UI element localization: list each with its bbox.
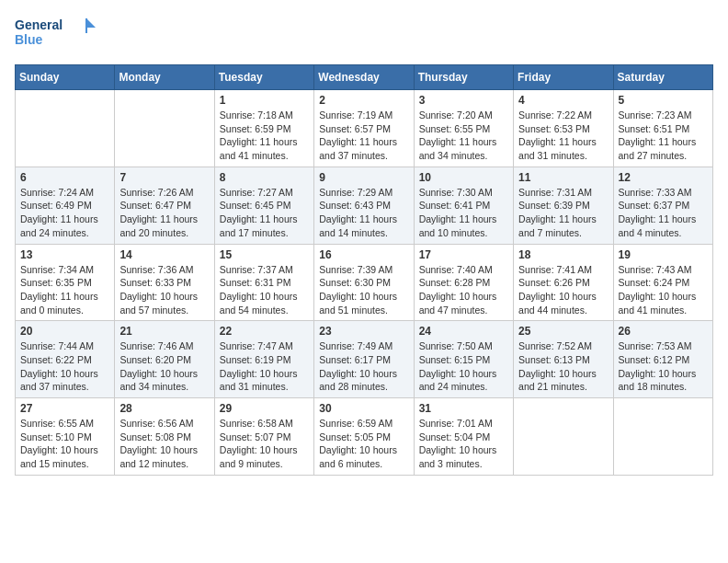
day-number: 25 — [518, 325, 608, 338]
svg-marker-2 — [86, 18, 96, 28]
day-number: 8 — [220, 171, 309, 184]
day-info: Sunrise: 6:59 AM Sunset: 5:05 PM Dayligh… — [319, 417, 408, 471]
day-info: Sunrise: 7:40 AM Sunset: 6:28 PM Dayligh… — [419, 263, 508, 317]
day-info: Sunrise: 7:50 AM Sunset: 6:15 PM Dayligh… — [419, 339, 508, 394]
calendar-cell: 2Sunrise: 7:19 AM Sunset: 6:57 PM Daylig… — [314, 90, 414, 167]
calendar-week-row: 6Sunrise: 7:24 AM Sunset: 6:49 PM Daylig… — [16, 167, 713, 244]
day-number: 21 — [119, 325, 209, 338]
calendar-header-row: SundayMondayTuesdayWednesdayThursdayFrid… — [16, 65, 713, 90]
calendar-cell: 12Sunrise: 7:33 AM Sunset: 6:37 PM Dayli… — [613, 167, 712, 244]
day-info: Sunrise: 6:55 AM Sunset: 5:10 PM Dayligh… — [20, 417, 109, 471]
day-number: 14 — [119, 248, 209, 261]
day-number: 24 — [419, 325, 508, 338]
day-info: Sunrise: 7:23 AM Sunset: 6:51 PM Dayligh… — [619, 109, 708, 163]
calendar-cell: 19Sunrise: 7:43 AM Sunset: 6:24 PM Dayli… — [613, 244, 712, 321]
day-number: 10 — [419, 171, 508, 184]
day-number: 18 — [518, 248, 608, 261]
day-number: 27 — [20, 402, 109, 415]
day-number: 29 — [220, 402, 309, 415]
calendar-cell: 30Sunrise: 6:59 AM Sunset: 5:05 PM Dayli… — [314, 398, 414, 476]
day-info: Sunrise: 7:41 AM Sunset: 6:26 PM Dayligh… — [518, 263, 608, 317]
calendar-cell: 7Sunrise: 7:26 AM Sunset: 6:47 PM Daylig… — [115, 167, 214, 244]
calendar-cell: 31Sunrise: 7:01 AM Sunset: 5:04 PM Dayli… — [414, 398, 513, 476]
day-number: 30 — [319, 402, 408, 415]
day-number: 6 — [20, 171, 109, 184]
calendar-cell: 11Sunrise: 7:31 AM Sunset: 6:39 PM Dayli… — [514, 167, 613, 244]
day-info: Sunrise: 7:30 AM Sunset: 6:41 PM Dayligh… — [419, 186, 508, 240]
calendar-cell: 15Sunrise: 7:37 AM Sunset: 6:31 PM Dayli… — [214, 244, 313, 321]
day-info: Sunrise: 7:34 AM Sunset: 6:35 PM Dayligh… — [20, 263, 109, 317]
day-info: Sunrise: 7:52 AM Sunset: 6:13 PM Dayligh… — [518, 339, 608, 394]
calendar-cell: 3Sunrise: 7:20 AM Sunset: 6:55 PM Daylig… — [414, 90, 513, 167]
calendar-cell: 20Sunrise: 7:44 AM Sunset: 6:22 PM Dayli… — [16, 321, 115, 398]
day-info: Sunrise: 6:58 AM Sunset: 5:07 PM Dayligh… — [220, 417, 309, 471]
day-info: Sunrise: 7:22 AM Sunset: 6:53 PM Dayligh… — [518, 109, 608, 163]
day-number: 31 — [419, 402, 508, 415]
day-info: Sunrise: 7:36 AM Sunset: 6:33 PM Dayligh… — [119, 263, 209, 317]
day-number: 23 — [319, 325, 408, 338]
calendar-cell: 23Sunrise: 7:49 AM Sunset: 6:17 PM Dayli… — [314, 321, 414, 398]
day-number: 22 — [220, 325, 309, 338]
calendar-cell — [16, 90, 115, 167]
calendar-cell: 21Sunrise: 7:46 AM Sunset: 6:20 PM Dayli… — [115, 321, 214, 398]
calendar-cell: 10Sunrise: 7:30 AM Sunset: 6:41 PM Dayli… — [414, 167, 513, 244]
calendar-cell: 18Sunrise: 7:41 AM Sunset: 6:26 PM Dayli… — [514, 244, 613, 321]
day-info: Sunrise: 7:47 AM Sunset: 6:19 PM Dayligh… — [220, 339, 309, 394]
calendar-cell: 27Sunrise: 6:55 AM Sunset: 5:10 PM Dayli… — [16, 398, 115, 476]
day-number: 17 — [419, 248, 508, 261]
day-number: 5 — [619, 94, 708, 107]
day-info: Sunrise: 7:20 AM Sunset: 6:55 PM Dayligh… — [419, 109, 508, 163]
weekday-header: Tuesday — [214, 65, 313, 90]
day-info: Sunrise: 6:56 AM Sunset: 5:08 PM Dayligh… — [119, 417, 209, 471]
day-number: 13 — [20, 248, 109, 261]
day-number: 12 — [619, 171, 708, 184]
day-info: Sunrise: 7:24 AM Sunset: 6:49 PM Dayligh… — [20, 186, 109, 240]
calendar-table: SundayMondayTuesdayWednesdayThursdayFrid… — [15, 64, 713, 476]
day-info: Sunrise: 7:29 AM Sunset: 6:43 PM Dayligh… — [319, 186, 408, 240]
day-number: 9 — [319, 171, 408, 184]
day-number: 2 — [319, 94, 408, 107]
day-number: 4 — [518, 94, 608, 107]
calendar-cell: 13Sunrise: 7:34 AM Sunset: 6:35 PM Dayli… — [16, 244, 115, 321]
calendar-cell: 1Sunrise: 7:18 AM Sunset: 6:59 PM Daylig… — [214, 90, 313, 167]
svg-text:General: General — [15, 17, 63, 32]
day-number: 3 — [419, 94, 508, 107]
day-number: 20 — [20, 325, 109, 338]
page-header: General Blue — [15, 15, 713, 53]
day-info: Sunrise: 7:49 AM Sunset: 6:17 PM Dayligh… — [319, 339, 408, 394]
calendar-week-row: 27Sunrise: 6:55 AM Sunset: 5:10 PM Dayli… — [16, 398, 713, 476]
calendar-cell: 9Sunrise: 7:29 AM Sunset: 6:43 PM Daylig… — [314, 167, 414, 244]
day-number: 16 — [319, 248, 408, 261]
day-info: Sunrise: 7:46 AM Sunset: 6:20 PM Dayligh… — [119, 339, 209, 394]
weekday-header: Thursday — [414, 65, 513, 90]
logo-svg: General Blue — [15, 15, 97, 53]
calendar-cell: 25Sunrise: 7:52 AM Sunset: 6:13 PM Dayli… — [514, 321, 613, 398]
weekday-header: Saturday — [613, 65, 712, 90]
day-info: Sunrise: 7:37 AM Sunset: 6:31 PM Dayligh… — [220, 263, 309, 317]
day-info: Sunrise: 7:33 AM Sunset: 6:37 PM Dayligh… — [619, 186, 708, 240]
day-number: 15 — [220, 248, 309, 261]
calendar-week-row: 20Sunrise: 7:44 AM Sunset: 6:22 PM Dayli… — [16, 321, 713, 398]
day-number: 28 — [119, 402, 209, 415]
calendar-cell — [514, 398, 613, 476]
day-number: 26 — [619, 325, 708, 338]
logo: General Blue — [15, 15, 97, 53]
day-info: Sunrise: 7:01 AM Sunset: 5:04 PM Dayligh… — [419, 417, 508, 471]
calendar-cell — [115, 90, 214, 167]
calendar-cell: 14Sunrise: 7:36 AM Sunset: 6:33 PM Dayli… — [115, 244, 214, 321]
calendar-cell: 26Sunrise: 7:53 AM Sunset: 6:12 PM Dayli… — [613, 321, 712, 398]
weekday-header: Monday — [115, 65, 214, 90]
day-info: Sunrise: 7:31 AM Sunset: 6:39 PM Dayligh… — [518, 186, 608, 240]
calendar-week-row: 1Sunrise: 7:18 AM Sunset: 6:59 PM Daylig… — [16, 90, 713, 167]
day-info: Sunrise: 7:26 AM Sunset: 6:47 PM Dayligh… — [119, 186, 209, 240]
calendar-cell: 24Sunrise: 7:50 AM Sunset: 6:15 PM Dayli… — [414, 321, 513, 398]
calendar-cell: 5Sunrise: 7:23 AM Sunset: 6:51 PM Daylig… — [613, 90, 712, 167]
day-info: Sunrise: 7:53 AM Sunset: 6:12 PM Dayligh… — [619, 339, 708, 394]
day-info: Sunrise: 7:44 AM Sunset: 6:22 PM Dayligh… — [20, 339, 109, 394]
weekday-header: Sunday — [16, 65, 115, 90]
day-number: 11 — [518, 171, 608, 184]
calendar-cell: 8Sunrise: 7:27 AM Sunset: 6:45 PM Daylig… — [214, 167, 313, 244]
svg-text:Blue: Blue — [15, 32, 43, 47]
calendar-cell: 16Sunrise: 7:39 AM Sunset: 6:30 PM Dayli… — [314, 244, 414, 321]
day-info: Sunrise: 7:19 AM Sunset: 6:57 PM Dayligh… — [319, 109, 408, 163]
